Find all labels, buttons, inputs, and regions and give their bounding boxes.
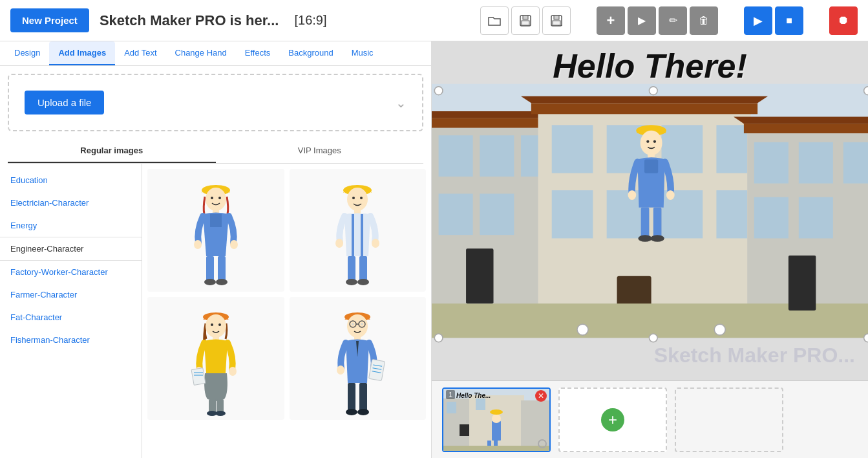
tab-change-hand[interactable]: Change Hand [166, 41, 236, 65]
svg-rect-97 [789, 256, 816, 311]
svg-point-105 [666, 190, 675, 200]
svg-point-10 [218, 197, 221, 199]
svg-point-15 [194, 240, 202, 249]
slide-add-button[interactable]: + [558, 387, 667, 452]
svg-point-40 [229, 367, 237, 376]
svg-rect-73 [432, 118, 548, 128]
slide-1[interactable]: 1 ✕ Hello [442, 387, 551, 452]
svg-point-110 [434, 87, 443, 95]
tab-add-images[interactable]: Add Images [49, 41, 115, 65]
svg-rect-1 [523, 16, 528, 19]
svg-rect-63 [359, 383, 367, 412]
svg-rect-18 [218, 256, 226, 282]
canvas-area[interactable]: Hello There! Sketch Maker PRO... [432, 41, 868, 380]
svg-rect-76 [552, 125, 593, 173]
svg-point-104 [628, 190, 637, 200]
delete-button[interactable]: 🗑 [690, 6, 718, 35]
svg-point-28 [335, 239, 343, 248]
svg-rect-124 [460, 424, 469, 436]
save-as-button[interactable]: … [542, 6, 571, 35]
svg-rect-83 [716, 190, 747, 238]
tab-design[interactable]: Design [5, 41, 49, 65]
image-card-2[interactable] [290, 169, 427, 292]
svg-rect-91 [754, 197, 789, 239]
draw-button[interactable]: ✏ [659, 6, 687, 35]
play-button[interactable]: ▶ [744, 6, 772, 35]
save-button[interactable] [511, 6, 540, 35]
category-farmer[interactable]: Farmer-Character [0, 283, 142, 306]
category-energy[interactable]: Energy [0, 214, 142, 237]
svg-rect-90 [843, 142, 868, 184]
svg-point-56 [337, 365, 344, 375]
tab-music[interactable]: Music [343, 41, 383, 65]
svg-rect-125 [492, 421, 501, 441]
slide-1-number: 1 [446, 390, 455, 399]
image-card-4[interactable] [290, 297, 427, 420]
svg-point-36 [211, 323, 213, 326]
svg-rect-31 [359, 256, 367, 282]
slide-1-delete[interactable]: ✕ [535, 390, 547, 402]
svg-rect-4 [554, 16, 559, 19]
svg-point-108 [638, 235, 651, 242]
svg-point-126 [492, 414, 501, 423]
svg-point-100 [646, 140, 649, 143]
record-toolbar-group: ⏺ [829, 6, 858, 35]
record-button[interactable]: ⏺ [829, 6, 858, 35]
svg-point-9 [211, 197, 213, 199]
svg-rect-79 [716, 125, 747, 173]
svg-point-112 [434, 334, 443, 342]
svg-rect-84 [531, 103, 757, 114]
right-panel: Hello There! Sketch Maker PRO... 1 ✕ [432, 41, 868, 458]
image-card-3[interactable] [147, 297, 284, 420]
svg-point-115 [649, 334, 657, 342]
play-element-button[interactable]: ▶ [628, 6, 656, 35]
add-element-button[interactable]: + [597, 6, 625, 35]
svg-point-29 [372, 239, 379, 248]
category-electrician[interactable]: Electrician-Character [0, 191, 142, 214]
new-project-button[interactable]: New Project [10, 8, 89, 32]
slide-3-empty [675, 387, 783, 452]
category-factory[interactable]: Factory-Worker-Character [0, 261, 142, 283]
upload-chevron-icon: ⌄ [396, 95, 407, 111]
svg-point-54 [361, 323, 363, 325]
svg-rect-89 [799, 142, 833, 184]
svg-point-109 [651, 235, 664, 242]
svg-rect-41 [191, 367, 206, 385]
timeline: 1 ✕ Hello [432, 380, 868, 458]
tab-effects[interactable]: Effects [236, 41, 280, 65]
image-card-1[interactable] [147, 169, 284, 292]
svg-rect-103 [644, 159, 658, 173]
category-fisherman[interactable]: Fisherman-Character [0, 329, 142, 351]
tab-add-text[interactable]: Add Text [115, 41, 165, 65]
svg-point-101 [653, 140, 656, 143]
svg-point-23 [352, 197, 355, 199]
svg-rect-122 [447, 402, 456, 413]
category-fat[interactable]: Fat-Character [0, 306, 142, 329]
svg-marker-94 [734, 117, 868, 124]
stop-button[interactable]: ■ [775, 6, 803, 35]
tab-background[interactable]: Background [279, 41, 342, 65]
svg-rect-14 [219, 214, 222, 227]
svg-point-35 [206, 314, 226, 338]
sub-tab-vip[interactable]: VIP Images [216, 139, 424, 163]
images-grid [142, 164, 431, 458]
sub-tab-regular[interactable]: Regular images [8, 139, 216, 163]
svg-point-99 [640, 131, 662, 155]
svg-text:Hello The...: Hello The... [456, 392, 491, 399]
svg-point-114 [649, 87, 657, 95]
svg-point-37 [218, 323, 221, 326]
svg-point-19 [204, 279, 216, 285]
main-layout: Design Add Images Add Text Change Hand E… [0, 41, 868, 458]
category-education[interactable]: Education [0, 169, 142, 191]
svg-point-33 [357, 279, 369, 285]
svg-marker-85 [521, 96, 768, 104]
open-folder-button[interactable] [480, 6, 509, 35]
svg-rect-2 [522, 21, 529, 25]
svg-rect-88 [754, 142, 789, 184]
upload-button[interactable]: Upload a file [25, 91, 104, 114]
svg-rect-27 [361, 214, 363, 256]
svg-rect-93 [744, 124, 868, 133]
svg-rect-62 [348, 383, 355, 412]
svg-rect-71 [439, 193, 473, 235]
category-engineer[interactable]: Engineer-Character [0, 237, 142, 261]
